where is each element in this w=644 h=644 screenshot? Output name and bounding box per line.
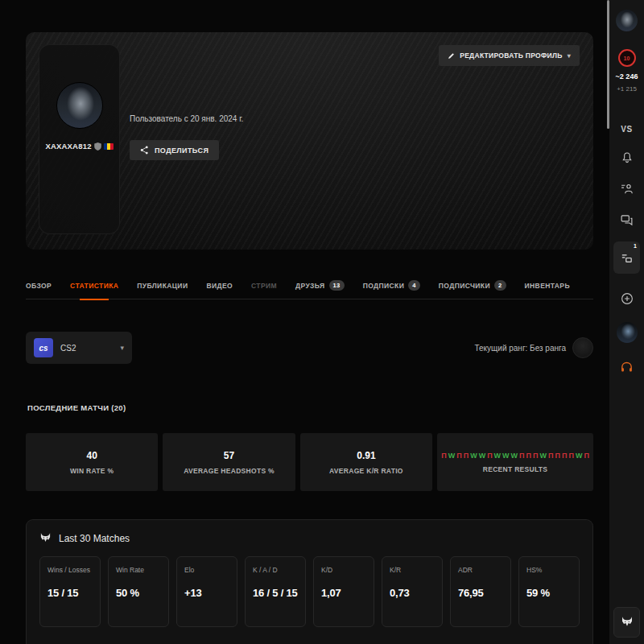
last-30-matches-panel: Last 30 Matches Wins / Losses 15 / 15 Wi… [26,519,593,644]
username: XAXAXA812 [45,142,91,151]
last-30-header: Last 30 Matches [27,520,592,544]
stat-label: Win Rate [116,566,161,574]
avg-headshots-label: AVERAGE HEADSHOTS % [184,467,275,475]
tab-statistics[interactable]: СТАТИСТИКА [70,272,118,299]
result-letter: П [548,452,553,460]
avg-kr-card: 0.91 AVERAGE K/R RATIO [300,433,432,491]
result-letter: П [562,452,567,460]
faceit-wolf-icon [39,532,52,544]
romania-flag-icon [104,143,114,150]
headset-icon [620,361,634,374]
profile-card: XAXAXA812 [39,44,120,234]
tab-label: СТРИМ [251,282,277,290]
tab-label: ИНВЕНТАРЬ [525,282,570,290]
result-letter: W [502,452,510,460]
avg-headshots-card: 57 AVERAGE HEADSHOTS % [163,433,295,491]
chevron-down-icon: ▾ [120,344,124,352]
tab-stream[interactable]: СТРИМ [251,272,277,299]
win-rate-value: 40 [87,450,97,461]
stat-label: K/R [390,566,435,574]
sidebar-user-avatar[interactable] [616,10,638,31]
stat-value: 16 / 5 / 15 [253,587,298,599]
last-30-title: Last 30 Matches [59,533,130,544]
edit-profile-button[interactable]: РЕДАКТИРОВАТЬ ПРОФИЛЬ ▾ [439,45,580,66]
result-letter: W [448,452,456,460]
hs-card: HS% 59 % [518,556,580,627]
tab-label: ПУБЛИКАЦИИ [137,282,188,290]
last-30-cards: Wins / Losses 15 / 15 Win Rate 50 % Elo … [39,556,580,627]
notifications-button[interactable] [621,151,634,164]
recent-results-letters: ПWППWWПWWWПППWППППWП [441,452,589,460]
missions-icon [620,251,634,265]
avg-kr-value: 0.91 [357,450,375,461]
stat-label: K / A / D [253,566,298,574]
stat-value: +13 [184,587,229,599]
stat-label: HS% [526,566,572,574]
tab-label: ПОДПИСКИ [363,282,405,290]
vs-matchmaking-button[interactable]: VS [621,125,632,134]
chat-bubbles-icon [620,213,634,227]
watch-streams-button[interactable] [620,182,634,196]
result-letter: П [568,452,573,460]
result-letter: П [519,452,524,460]
tab-posts[interactable]: ПУБЛИКАЦИИ [137,272,188,299]
rank-badge-icon [572,337,593,358]
party-member-avatar[interactable] [617,322,638,343]
stat-value: 15 / 15 [47,587,93,599]
add-button[interactable] [620,291,634,306]
tab-label: ВИДЕО [206,282,233,290]
recent-results-card: ПWППWWПWWWПППWППППWП RECENT RESULTS [437,433,593,491]
faceit-app-button[interactable] [613,607,640,638]
stat-label: K/D [321,566,366,574]
share-label: ПОДЕЛИТЬСЯ [155,147,208,155]
profile-banner: XAXAXA812 Пользователь с 20 янв. 2024 г.… [26,32,593,250]
share-button[interactable]: ПОДЕЛИТЬСЯ [130,140,219,160]
edit-profile-label: РЕДАКТИРОВАТЬ ПРОФИЛЬ [460,52,563,60]
share-icon [140,146,149,155]
current-rank: Текущий ранг: Без ранга [474,337,593,358]
result-letter: W [576,452,583,460]
missions-button[interactable]: 1 [613,242,640,274]
recent-results-label: RECENT RESULTS [483,465,548,473]
stat-value: 76,95 [458,587,503,599]
result-letter: W [479,452,486,460]
tab-overview[interactable]: ОБЗОР [26,272,52,299]
chevron-down-icon: ▾ [568,52,571,60]
recent-matches-title: ПОСЛЕДНИЕ МАТЧИ (20) [27,403,126,412]
kr-card: K/R 0,73 [382,556,443,627]
kd-card: K/D 1,07 [313,556,374,627]
member-since-text: Пользователь с 20 янв. 2024 г. [130,114,243,123]
result-letter: W [511,452,518,460]
username-row: XAXAXA812 [39,142,119,151]
tab-following[interactable]: ПОДПИСКИ 4 [363,272,420,299]
tab-inventory[interactable]: ИНВЕНТАРЬ [525,272,570,299]
watch-icon [620,182,634,196]
followers-count-badge: 2 [494,280,506,291]
faceit-wolf-icon [621,616,634,629]
stat-label: Wins / Losses [47,566,93,574]
cs2-logo-icon: cs [34,338,53,357]
level-number: 10 [624,56,630,61]
tab-friends[interactable]: ДРУЗЬЯ 13 [295,272,345,299]
tab-followers[interactable]: ПОДПИСЧИКИ 2 [439,272,506,299]
page-scrollbar[interactable] [607,0,609,129]
result-letter: П [441,452,446,460]
friends-count-badge: 13 [329,280,345,291]
result-letter: W [494,452,502,460]
stat-value: 0,73 [390,587,435,599]
plus-circle-icon [620,291,634,306]
game-select-dropdown[interactable]: cs CS2 ▾ [26,332,132,364]
stat-value: 50 % [116,587,161,599]
kad-card: K / A / D 16 / 5 / 15 [245,556,306,627]
voice-support-button[interactable] [620,361,634,374]
chats-button[interactable] [620,213,634,227]
right-sidebar: 10 ~2 246 +1 215 VS [609,0,644,644]
result-letter: П [487,452,492,460]
result-letter: W [470,452,477,460]
tab-videos[interactable]: ВИДЕО [206,272,233,299]
faceit-level-badge[interactable]: 10 [618,49,636,67]
faceit-profile-page: XAXAXA812 Пользователь с 20 янв. 2024 г.… [0,0,644,644]
profile-avatar[interactable] [56,82,103,129]
win-rate-card: Win Rate 50 % [108,556,169,627]
stat-label: Elo [184,566,229,574]
